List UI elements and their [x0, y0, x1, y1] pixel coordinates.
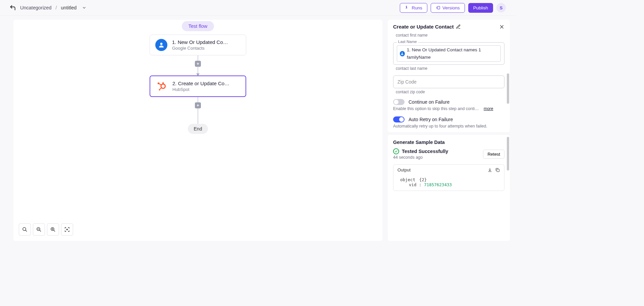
back-icon[interactable] [9, 4, 16, 11]
last-name-value-chip[interactable]: 1. New Or Updated Contact names 1 family… [397, 45, 501, 62]
publish-button[interactable]: Publish [468, 3, 493, 13]
chevron-down-icon[interactable] [82, 5, 87, 10]
json-val: 71857623433 [424, 182, 452, 187]
test-flow-label: Test flow [189, 23, 207, 29]
versions-icon [436, 5, 440, 10]
flow-canvas[interactable]: Test flow 1. New Or Updated Co… Google C… [13, 20, 382, 241]
svg-line-18 [40, 230, 41, 232]
output-body: object {2} vid : 71857623433 [393, 175, 504, 191]
scrollbar-thumb[interactable] [507, 137, 509, 170]
svg-point-26 [402, 52, 403, 53]
check-icon [393, 148, 399, 154]
auto-retry-row: Auto Retry on Failure [393, 116, 504, 122]
svg-rect-27 [497, 169, 499, 172]
fit-view-button[interactable] [61, 223, 73, 236]
zoom-in-button[interactable] [47, 223, 59, 236]
node-text: 2. Create or Update Co… HubSpot [172, 81, 229, 92]
edit-icon[interactable] [456, 24, 461, 29]
publish-label: Publish [473, 5, 488, 10]
step-config-panel: Create or Update Contact contact first n… [388, 20, 510, 132]
continue-label: Continue on Failure [409, 99, 449, 105]
node-title: 1. New Or Updated Co… [172, 39, 228, 45]
continue-on-failure-row: Continue on Failure [393, 99, 504, 105]
add-step-button[interactable] [195, 61, 201, 67]
avatar[interactable]: S [496, 3, 506, 12]
json-obj-count: {2} [419, 177, 427, 182]
connector [198, 97, 198, 102]
right-panel: Create or Update Contact contact first n… [388, 20, 510, 241]
flow-node-action[interactable]: 2. Create or Update Co… HubSpot [150, 75, 246, 97]
hubspot-icon [156, 80, 168, 92]
last-name-help: contact last name [396, 66, 504, 71]
auto-retry-toggle[interactable] [393, 116, 405, 122]
zoom-out-button[interactable] [33, 223, 45, 236]
tested-left: Tested Successfully 44 seconds ago [393, 148, 448, 160]
auto-retry-desc: Automatically retry up to four attempts … [393, 124, 487, 129]
output-actions [487, 167, 500, 172]
zoom-reset-button[interactable] [19, 223, 31, 236]
header-right: Runs Versions Publish S [400, 3, 506, 13]
continue-desc-row: Enable this option to skip this step and… [393, 106, 504, 111]
last-name-field: Last Name 1. New Or Updated Contact name… [393, 42, 504, 71]
continue-desc: Enable this option to skip this step and… [393, 106, 480, 111]
panel-title-text: Create or Update Contact [393, 24, 454, 30]
scrollbar-thumb[interactable] [507, 73, 509, 104]
runs-label: Runs [412, 5, 422, 10]
flow-node-trigger[interactable]: 1. New Or Updated Co… Google Contacts [150, 35, 246, 55]
continue-toggle[interactable] [393, 99, 405, 105]
json-key: vid [409, 182, 417, 187]
end-node: End [188, 124, 208, 134]
svg-point-0 [406, 6, 407, 7]
test-flow-button[interactable]: Test flow [182, 21, 214, 31]
svg-line-10 [160, 88, 162, 89]
node-title: 2. Create or Update Co… [172, 81, 229, 86]
svg-point-2 [160, 43, 163, 45]
zoom-controls [19, 223, 73, 236]
app-header: Uncategorized / untitled Runs Versions P… [0, 0, 515, 16]
end-label: End [194, 126, 202, 132]
svg-rect-1 [437, 6, 440, 9]
breadcrumb-title[interactable]: untitled [61, 5, 77, 10]
breadcrumb-sep: / [56, 5, 57, 10]
svg-point-23 [67, 229, 68, 230]
google-contacts-icon [155, 39, 167, 51]
chip-text: 1. New Or Updated Contact names 1 family… [407, 46, 498, 61]
connector-arrow [198, 67, 198, 75]
contact-icon [400, 51, 405, 56]
last-name-legend: Last Name [397, 40, 418, 44]
tested-status: Tested Successfully [393, 148, 448, 154]
svg-point-8 [159, 89, 160, 91]
runs-icon [405, 5, 410, 10]
svg-line-15 [25, 230, 27, 232]
first-name-help: contact first name [396, 33, 504, 38]
auto-retry-desc-row: Automatically retry up to four attempts … [393, 124, 504, 129]
tested-row: Tested Successfully 44 seconds ago Retes… [393, 148, 504, 160]
output-label: Output [397, 167, 411, 172]
retest-label: Retest [487, 152, 500, 157]
breadcrumb-category[interactable]: Uncategorized [20, 5, 52, 10]
runs-button[interactable]: Runs [400, 3, 427, 13]
node-subtitle: HubSpot [172, 87, 229, 92]
sample-title: Generate Sample Data [393, 140, 504, 145]
connector [198, 55, 198, 61]
svg-line-22 [54, 230, 55, 232]
copy-icon[interactable] [495, 167, 500, 172]
versions-button[interactable]: Versions [431, 3, 465, 13]
auto-retry-label: Auto Retry on Failure [409, 117, 453, 122]
breadcrumb: Uncategorized / untitled [20, 5, 87, 10]
node-text: 1. New Or Updated Co… Google Contacts [172, 39, 228, 51]
tested-status-text: Tested Successfully [402, 149, 448, 154]
close-icon[interactable] [499, 24, 504, 30]
svg-line-9 [159, 84, 162, 85]
flow-column: Test flow 1. New Or Updated Co… Google C… [150, 21, 246, 134]
retest-button[interactable]: Retest [483, 150, 504, 159]
main: Test flow 1. New Or Updated Co… Google C… [0, 16, 515, 245]
download-icon[interactable] [487, 167, 492, 172]
svg-point-14 [23, 227, 26, 231]
zip-field: contact zip code [393, 75, 504, 94]
last-name-input[interactable]: Last Name 1. New Or Updated Contact name… [393, 42, 504, 65]
add-step-button[interactable] [195, 102, 201, 108]
more-link[interactable]: more [484, 106, 493, 111]
header-left: Uncategorized / untitled [9, 4, 87, 11]
zip-input[interactable] [393, 75, 504, 88]
